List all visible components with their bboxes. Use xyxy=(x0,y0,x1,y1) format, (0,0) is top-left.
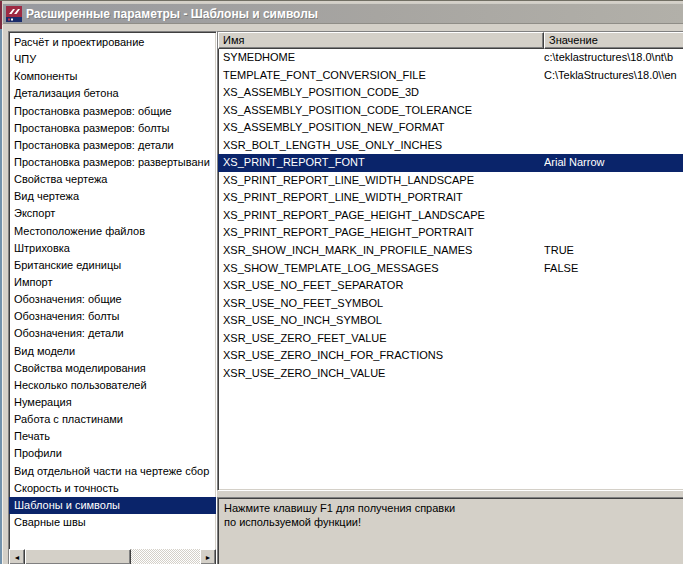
sidebar-item[interactable]: Местоположение файлов xyxy=(9,223,216,240)
table-row[interactable]: XS_PRINT_REPORT_PAGE_HEIGHT_LANDSCAPE xyxy=(218,207,683,225)
table-row[interactable]: XSR_USE_NO_INCH_SYMBOL xyxy=(218,312,683,330)
option-value xyxy=(544,312,683,330)
option-name: XSR_USE_ZERO_INCH_FOR_FRACTIONS xyxy=(218,347,544,365)
sidebar-item[interactable]: Простановка размеров: развертывани xyxy=(9,154,216,171)
option-value: c:\teklastructures\18.0\nt\b xyxy=(544,49,683,67)
left-edge-highlight xyxy=(2,25,3,564)
sidebar-item[interactable]: Работа с пластинами xyxy=(9,411,216,428)
table-row[interactable]: XSR_USE_ZERO_FEET_VALUE xyxy=(218,330,683,348)
scroll-left-button[interactable]: ◄ xyxy=(9,549,25,564)
option-name: TEMPLATE_FONT_CONVERSION_FILE xyxy=(218,67,544,85)
tekla-structures-icon[interactable] xyxy=(6,6,22,22)
sidebar-item[interactable]: Простановка размеров: болты xyxy=(9,120,216,137)
table-header: Имя Значение xyxy=(218,32,683,49)
option-name: XSR_USE_NO_INCH_SYMBOL xyxy=(218,312,544,330)
sidebar-list: Расчёт и проектированиеЧПУКомпонентыДета… xyxy=(9,32,216,549)
window-title: Расширенные параметры - Шаблоны и символ… xyxy=(26,7,318,21)
table-row[interactable]: XSR_SHOW_INCH_MARK_IN_PROFILE_NAMESTRUE xyxy=(218,242,683,260)
sidebar-item[interactable]: Шаблоны и символы xyxy=(9,497,216,514)
sidebar-item[interactable]: Вид модели xyxy=(9,343,216,360)
option-name: XSR_BOLT_LENGTH_USE_ONLY_INCHES xyxy=(218,137,544,155)
sidebar-item[interactable]: Несколько пользователей xyxy=(9,377,216,394)
table-row[interactable]: XS_PRINT_REPORT_LINE_WIDTH_PORTRAIT xyxy=(218,189,683,207)
column-header-name[interactable]: Имя xyxy=(218,32,544,49)
sidebar-item[interactable]: Обозначения: детали xyxy=(9,325,216,342)
sidebar-item[interactable]: Британские единицы xyxy=(9,257,216,274)
option-value xyxy=(544,295,683,313)
sidebar-item[interactable]: Сварные швы xyxy=(9,514,216,531)
title-bar[interactable]: Расширенные параметры - Шаблоны и символ… xyxy=(3,3,683,24)
option-value xyxy=(544,84,683,102)
category-listbox: Расчёт и проектированиеЧПУКомпонентыДета… xyxy=(8,31,217,564)
table-row[interactable]: SYMEDHOMEc:\teklastructures\18.0\nt\b xyxy=(218,49,683,67)
option-value: FALSE xyxy=(544,260,683,278)
sidebar-item[interactable]: Печать xyxy=(9,428,216,445)
option-name: XS_ASSEMBLY_POSITION_CODE_TOLERANCE xyxy=(218,102,544,120)
scroll-left-icon: ◄ xyxy=(14,554,21,561)
option-name: XS_ASSEMBLY_POSITION_CODE_3D xyxy=(218,84,544,102)
sidebar-item[interactable]: Скорость и точность xyxy=(9,480,216,497)
option-name: XSR_USE_NO_FEET_SEPARATOR xyxy=(218,277,544,295)
sidebar-item[interactable]: Компоненты xyxy=(9,68,216,85)
option-value xyxy=(544,277,683,295)
option-name: XS_PRINT_REPORT_PAGE_HEIGHT_PORTRAIT xyxy=(218,224,544,242)
table-row[interactable]: XSR_USE_NO_FEET_SYMBOL xyxy=(218,295,683,313)
sidebar-item[interactable]: Обозначения: общие xyxy=(9,291,216,308)
sidebar-item[interactable]: Простановка размеров: общие xyxy=(9,103,216,120)
table-row[interactable]: XS_PRINT_REPORT_PAGE_HEIGHT_PORTRAIT xyxy=(218,224,683,242)
option-value xyxy=(544,189,683,207)
help-panel: Нажмите клавишу F1 для получения справки… xyxy=(217,497,683,564)
sidebar-item[interactable]: Обозначения: болты xyxy=(9,308,216,325)
sidebar-item[interactable]: Свойства чертежа xyxy=(9,171,216,188)
option-value xyxy=(544,224,683,242)
scroll-right-button[interactable]: ► xyxy=(200,549,216,564)
sidebar-item[interactable]: ЧПУ xyxy=(9,51,216,68)
help-line-1: Нажмите клавишу F1 для получения справки xyxy=(224,501,680,515)
option-value xyxy=(544,347,683,365)
sidebar-item[interactable]: Вид отдельной части на чертеже сбор xyxy=(9,463,216,480)
sidebar-item[interactable]: Свойства моделирования xyxy=(9,360,216,377)
table-row[interactable]: XSR_USE_ZERO_INCH_VALUE xyxy=(218,365,683,383)
sidebar-item[interactable]: Профили xyxy=(9,445,216,462)
column-header-value[interactable]: Значение xyxy=(544,32,683,49)
sidebar-item[interactable]: Расчёт и проектирование xyxy=(9,34,216,51)
sidebar-item[interactable]: Вид чертежа xyxy=(9,188,216,205)
option-name: XS_SHOW_TEMPLATE_LOG_MESSAGES xyxy=(218,260,544,278)
table-row[interactable]: XS_PRINT_REPORT_LINE_WIDTH_LANDSCAPE xyxy=(218,172,683,190)
option-name: XS_PRINT_REPORT_FONT xyxy=(218,154,544,172)
advanced-options-window: Расширенные параметры - Шаблоны и символ… xyxy=(0,0,683,564)
option-value xyxy=(544,365,683,383)
option-value xyxy=(544,172,683,190)
table-row[interactable]: XS_SHOW_TEMPLATE_LOG_MESSAGESFALSE xyxy=(218,260,683,278)
option-name: XS_PRINT_REPORT_LINE_WIDTH_LANDSCAPE xyxy=(218,172,544,190)
horizontal-scrollbar[interactable]: ◄ ► xyxy=(9,549,216,564)
table-row[interactable]: XS_ASSEMBLY_POSITION_CODE_3D xyxy=(218,84,683,102)
option-name: XSR_SHOW_INCH_MARK_IN_PROFILE_NAMES xyxy=(218,242,544,260)
table-row[interactable]: XSR_USE_ZERO_INCH_FOR_FRACTIONS xyxy=(218,347,683,365)
table-row[interactable]: XS_ASSEMBLY_POSITION_CODE_TOLERANCE xyxy=(218,102,683,120)
option-value: TRUE xyxy=(544,242,683,260)
option-value xyxy=(544,330,683,348)
table-row[interactable]: XS_PRINT_REPORT_FONTArial Narrow xyxy=(218,154,683,172)
option-name: XS_PRINT_REPORT_LINE_WIDTH_PORTRAIT xyxy=(218,189,544,207)
sidebar-item[interactable]: Экспорт xyxy=(9,205,216,222)
sidebar-item[interactable]: Простановка размеров: детали xyxy=(9,137,216,154)
option-value xyxy=(544,207,683,225)
scrollbar-thumb[interactable] xyxy=(25,549,131,564)
sidebar-item[interactable]: Импорт xyxy=(9,274,216,291)
sidebar-item[interactable]: Штриховка xyxy=(9,240,216,257)
sidebar-item[interactable]: Детализация бетона xyxy=(9,85,216,102)
option-value xyxy=(544,137,683,155)
scrollbar-track[interactable] xyxy=(25,549,200,564)
option-name: XSR_USE_NO_FEET_SYMBOL xyxy=(218,295,544,313)
option-name: XS_PRINT_REPORT_PAGE_HEIGHT_LANDSCAPE xyxy=(218,207,544,225)
sidebar-item[interactable]: Нумерация xyxy=(9,394,216,411)
table-row[interactable]: TEMPLATE_FONT_CONVERSION_FILEC:\TeklaStr… xyxy=(218,67,683,85)
options-table: Имя Значение SYMEDHOMEc:\teklastructures… xyxy=(217,31,683,491)
option-name: SYMEDHOME xyxy=(218,49,544,67)
table-row[interactable]: XSR_USE_NO_FEET_SEPARATOR xyxy=(218,277,683,295)
scroll-right-icon: ► xyxy=(205,554,212,561)
options-table-body: SYMEDHOMEc:\teklastructures\18.0\nt\bTEM… xyxy=(218,49,683,490)
table-row[interactable]: XS_ASSEMBLY_POSITION_NEW_FORMAT xyxy=(218,119,683,137)
table-row[interactable]: XSR_BOLT_LENGTH_USE_ONLY_INCHES xyxy=(218,137,683,155)
